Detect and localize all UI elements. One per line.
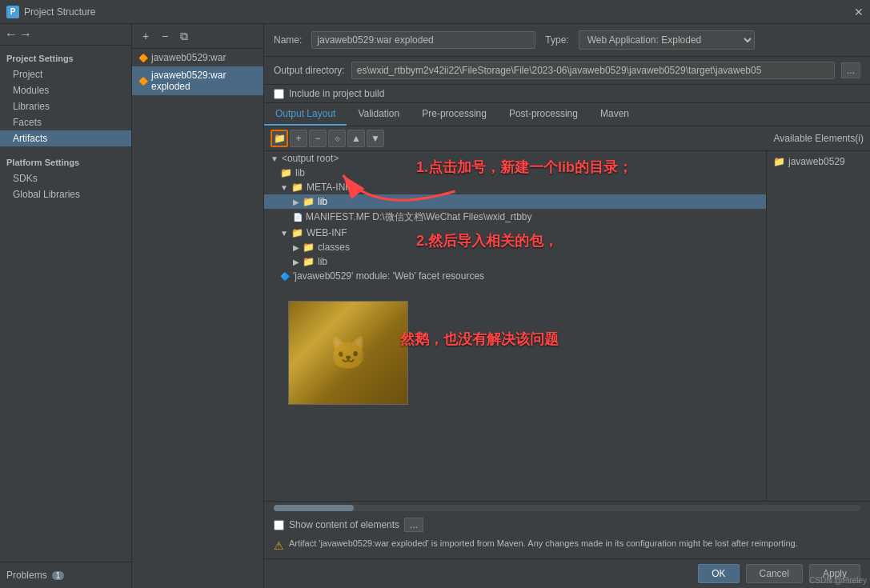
available-folder-icon: 📁 [773,156,785,167]
sidebar-nav: Project Settings Project Modules Librari… [0,46,131,562]
meta-inf-expand-icon: ▼ [280,183,288,192]
problems-label: Problems [6,570,47,581]
output-dir-label: Output directory: [274,65,345,76]
lib3-expand-icon: ▶ [293,258,299,266]
show-content-label: Show content of elements [289,519,399,530]
file-tree-manifest[interactable]: 📄 MANIFEST.MF D:\微信文档\WeChat Files\wxid_… [264,209,766,226]
title-bar-left: P Project Structure [6,6,95,18]
sidebar-item-libraries-label: Libraries [13,101,50,112]
classes-expand-icon: ▶ [293,243,299,252]
add-layout-button[interactable]: + [290,130,307,147]
lib-folder-icon: 📁 [303,196,315,207]
tree-item-war[interactable]: 🔶 javaweb0529:war [132,49,263,66]
ok-button[interactable]: OK [698,564,739,583]
down-layout-button[interactable]: ▼ [367,130,384,147]
show-content-row: Show content of elements ... [274,518,860,532]
file-tree-resource-label: 'javaweb0529' module: 'Web' facet resour… [293,270,484,282]
content-panel: Name: Type: Web Application: Exploded Ou… [264,24,870,588]
tab-postprocessing[interactable]: Post-processing [498,103,589,126]
sidebar-item-libraries[interactable]: Libraries [0,98,131,114]
include-label: Include in project build [289,88,384,99]
file-tree-root-label: <output root> [282,153,339,164]
classes-folder-icon: 📁 [303,242,315,253]
sort-layout-button[interactable]: ⟐ [328,130,346,147]
tab-maven[interactable]: Maven [589,103,640,126]
file-tree-lib-3[interactable]: ▶ 📁 lib [264,254,766,269]
sidebar-bottom: Problems 1 [0,562,131,588]
file-tree-manifest-label: MANIFEST.MF D:\微信文档\WeChat Files\wxid_rt… [306,210,532,224]
window-title: Project Structure [24,6,95,18]
sidebar-item-facets-label: Facets [13,117,42,128]
sidebar-item-facets[interactable]: Facets [0,114,131,130]
footer-buttons: OK Cancel Apply [264,558,870,588]
file-tree-lib-3-label: lib [318,256,327,267]
close-button[interactable]: ✕ [854,6,864,18]
tree-toolbar: + − ⧉ [132,24,263,49]
available-elements-label: Available Elements(i) [774,133,864,144]
file-tree-meta-inf[interactable]: ▼ 📁 META-INF [264,180,766,194]
layout-toolbar-left: 📁 + − ⟐ ▲ ▼ [271,130,384,147]
type-select[interactable]: Web Application: Exploded [579,30,755,50]
cat-image: 🐱 [288,301,408,405]
file-tree-web-inf[interactable]: ▼ 📁 WEB-INF [264,226,766,240]
tab-output-layout[interactable]: Output Layout [264,103,347,126]
file-tree-lib-2[interactable]: ▶ 📁 lib [264,194,766,209]
name-label: Name: [274,34,302,46]
output-dir-input[interactable] [351,62,835,79]
sidebar-item-artifacts[interactable]: Artifacts [0,130,131,146]
sidebar-item-project[interactable]: Project [0,66,131,82]
warning-row: ⚠ Artifact 'javaweb0529:war exploded' is… [274,535,860,555]
problems-item[interactable]: Problems 1 [6,567,125,583]
forward-button[interactable]: → [19,27,32,42]
tab-validation[interactable]: Validation [347,103,411,126]
show-content-checkbox[interactable] [274,520,284,530]
cancel-button[interactable]: Cancel [746,564,803,583]
file-tree-classes[interactable]: ▶ 📁 classes [264,240,766,254]
file-tree-output-root[interactable]: ▼ <output root> [264,151,766,166]
war-exploded-icon: 🔶 [138,77,148,86]
bottom-bar: Show content of elements ... ⚠ Artifact … [264,501,870,558]
file-tree-lib-2-label: lib [318,196,327,207]
output-dir-row: Output directory: ... [264,57,870,85]
sidebar-item-artifacts-label: Artifacts [13,133,47,144]
meta-inf-folder-icon: 📁 [291,182,303,193]
file-tree-lib-1[interactable]: 📁 lib [264,166,766,180]
back-button[interactable]: ← [5,27,18,42]
tree-item-war-exploded[interactable]: 🔶 javaweb0529:war exploded [132,66,263,95]
platform-settings-label: Platform Settings [0,153,131,170]
expand-icon: ▼ [271,154,279,163]
resource-icon: 🔷 [280,272,290,281]
scrollbar-row[interactable] [274,505,860,511]
name-input[interactable] [311,31,535,49]
sidebar-item-modules[interactable]: Modules [0,82,131,98]
name-type-row: Name: Type: Web Application: Exploded [264,24,870,57]
include-checkbox[interactable] [274,89,284,99]
add-artifact-button[interactable]: + [137,27,154,45]
file-tree-resource[interactable]: 🔷 'javaweb0529' module: 'Web' facet reso… [264,269,766,283]
up-layout-button[interactable]: ▲ [347,130,365,147]
sidebar: ← → Project Settings Project Modules Lib… [0,24,132,588]
remove-layout-button[interactable]: − [309,130,327,147]
sidebar-item-sdks[interactable]: SDKs [0,170,131,186]
folder-icon-1: 📁 [280,167,292,178]
file-tree-main: 1.点击加号，新建一个lib的目录； 2.然后导入相关的包， ▼ <o [264,151,766,501]
available-panel: 📁 javaweb0529 [766,151,870,501]
warning-icon: ⚠ [274,539,284,552]
cat-placeholder: 🐱 [289,302,407,404]
browse-button[interactable]: ... [841,62,860,78]
dotdot-button[interactable]: ... [404,518,423,532]
layout-toolbar: 📁 + − ⟐ ▲ ▼ Available Elements(i) [264,126,870,151]
file-tree-classes-label: classes [318,242,350,253]
sidebar-item-global-libraries[interactable]: Global Libraries [0,186,131,202]
file-tree-lib-1-label: lib [295,167,305,178]
available-item-label: javaweb0529 [788,156,845,167]
sidebar-item-sdks-label: SDKs [13,173,38,184]
type-label: Type: [545,34,568,46]
create-dir-button[interactable]: 📁 [271,130,288,147]
web-inf-folder-icon: 📁 [291,227,303,238]
tab-preprocessing[interactable]: Pre-processing [411,103,498,126]
copy-artifact-button[interactable]: ⧉ [175,27,193,45]
scrollbar-thumb[interactable] [274,505,354,511]
available-item-javaweb[interactable]: 📁 javaweb0529 [767,154,870,169]
remove-artifact-button[interactable]: − [156,27,174,45]
